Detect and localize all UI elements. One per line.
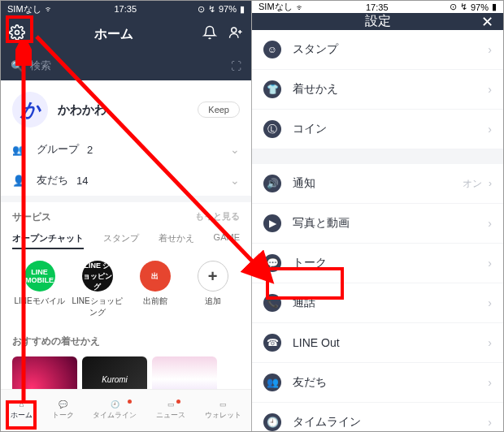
theme-thumbnails: Kuromi [1,352,251,389]
svg-point-1 [232,28,237,32]
tab-openchat[interactable]: オープンチャット [12,232,84,249]
status-bar: SIMなし ᯤ 17:35 ⊙ ↯ 97% ▮ [1,1,251,17]
settings-item-talk[interactable]: 💬 トーク › [252,244,503,283]
chat-icon: 💬 [263,254,281,272]
alarm-icon: ⊙ [198,4,205,15]
theme-thumb-3[interactable] [152,356,217,389]
wifi-icon: ᯤ [45,4,54,14]
chevron-right-icon: › [488,336,492,349]
news-icon: ▭ [167,400,175,408]
settings-header: 設定 ✕ [252,13,503,30]
bell-icon[interactable] [202,25,217,43]
chevron-right-icon: › [488,43,492,56]
talk-icon: 💬 [59,400,67,408]
page-title: 設定 [365,13,391,30]
line-mobile-icon: LINE MOBILE [24,261,55,292]
service-tabs: オープンチャット スタンプ 着せかえ GAME [1,227,251,253]
nav-wallet[interactable]: ▭ ウォレット [205,400,241,421]
settings-item-media[interactable]: ▶ 写真と動画 › [252,204,503,244]
bottom-nav: ⌂ ホーム 💬 トーク 🕘 タイムライン ▭ ニュース ▭ ウォレット [1,389,251,431]
home-icon: ⌂ [20,400,24,408]
page-title: ホーム [25,26,202,43]
service-add[interactable]: + 追加 [185,261,240,318]
friends-row[interactable]: 👤 友だち 14 ⌄ [1,165,251,196]
settings-item-call[interactable]: 📞 通話 › [252,283,503,323]
home-content: か かわかわ Keep 👥 グループ 2 ⌄ 👤 友だち 14 ⌄ サービス も… [1,80,251,389]
nav-talk[interactable]: 💬 トーク [52,400,74,421]
settings-item-timeline[interactable]: 🕘 タイムライン › [252,403,503,431]
smile-icon: ☺ [263,41,281,58]
battery-text: 97% [471,2,489,12]
service-line-shopping[interactable]: LINE ショッピング LINEショッピング [70,261,124,318]
theme-thumb-1[interactable] [12,356,77,389]
tab-stamp[interactable]: スタンプ [103,232,139,249]
plus-icon: + [198,261,228,292]
profile-row[interactable]: か かわかわ Keep [1,80,251,134]
battery-bar-icon: ▮ [240,4,245,15]
chevron-right-icon: › [489,178,492,189]
groups-icon: 👥 [12,144,28,156]
groups-label: グループ [37,142,79,157]
groups-count: 2 [87,144,93,156]
battery-icon: ↯ [460,2,467,12]
settings-item-theme[interactable]: 👕 着せかえ › [252,70,503,110]
play-icon: ▶ [263,214,281,232]
wallet-icon: ▭ [219,400,227,408]
search-icon: 🔍 [11,60,24,72]
service-demaecan[interactable]: 出 出前館 [128,261,182,318]
chevron-right-icon: › [488,416,492,429]
settings-item-stamp[interactable]: ☺ スタンプ › [252,30,503,70]
speaker-icon: 🔊 [263,175,281,192]
tab-theme[interactable]: 着せかえ [159,232,194,249]
clock: 17:35 [115,4,137,14]
service-line-mobile[interactable]: LINE MOBILE LINEモバイル [12,261,67,318]
battery-text: 97% [219,4,237,14]
close-icon[interactable]: ✕ [481,13,493,31]
value-text: オン › [463,177,492,191]
phone-home: SIMなし ᯤ 17:35 ⊙ ↯ 97% ▮ ホーム [1,1,252,431]
tab-game[interactable]: GAME [214,232,240,249]
settings-item-notify[interactable]: 🔊 通知 オン › [252,164,503,204]
services-heading: サービス もっと見る [1,196,251,227]
carrier-text: SIMなし [7,3,41,15]
lineout-icon: ☎ [263,334,281,352]
battery-bar-icon: ▮ [492,2,497,12]
add-friend-icon[interactable] [228,25,243,43]
chevron-right-icon: › [488,83,492,96]
friends-icon: 👤 [12,175,28,187]
badge-dot [176,400,180,404]
search-bar[interactable]: 🔍 検索 ⛶ [1,51,251,80]
shirt-icon: 👕 [263,80,281,98]
chevron-right-icon: › [488,296,492,309]
battery-icon: ↯ [208,4,215,15]
home-header: ホーム [1,17,251,51]
avatar: か [12,92,48,127]
qr-scan-icon[interactable]: ⛶ [231,60,241,72]
wifi-icon: ᯤ [296,2,305,12]
see-more-link[interactable]: もっと見る [195,210,240,224]
search-placeholder: 検索 [30,58,51,73]
nav-home[interactable]: ⌂ ホーム [11,400,33,421]
nav-news[interactable]: ▭ ニュース [156,400,185,421]
friends-count: 14 [76,175,88,187]
demaecan-icon: 出 [140,261,171,292]
chevron-down-icon: ⌄ [230,174,240,187]
theme-thumb-2[interactable]: Kuromi [82,356,147,389]
keep-button[interactable]: Keep [198,102,240,118]
section-gap [252,149,503,164]
groups-row[interactable]: 👥 グループ 2 ⌄ [1,134,251,165]
settings-item-friends[interactable]: 👥 友だち › [252,363,503,403]
phone-icon: 📞 [263,294,281,312]
chevron-right-icon: › [488,123,492,136]
clock-icon: 🕘 [263,413,281,431]
carrier-text: SIMなし [259,1,293,13]
recommend-heading: おすすめの着せかえ [1,326,251,352]
svg-point-0 [15,31,20,35]
gear-icon[interactable] [9,24,25,44]
people-icon: 👥 [263,374,281,391]
nav-timeline[interactable]: 🕘 タイムライン [93,400,137,421]
settings-item-coin[interactable]: Ⓛ コイン › [252,110,503,149]
timeline-icon: 🕘 [111,400,119,408]
clock: 17:35 [366,2,389,12]
settings-item-lineout[interactable]: ☎ LINE Out › [252,323,503,363]
